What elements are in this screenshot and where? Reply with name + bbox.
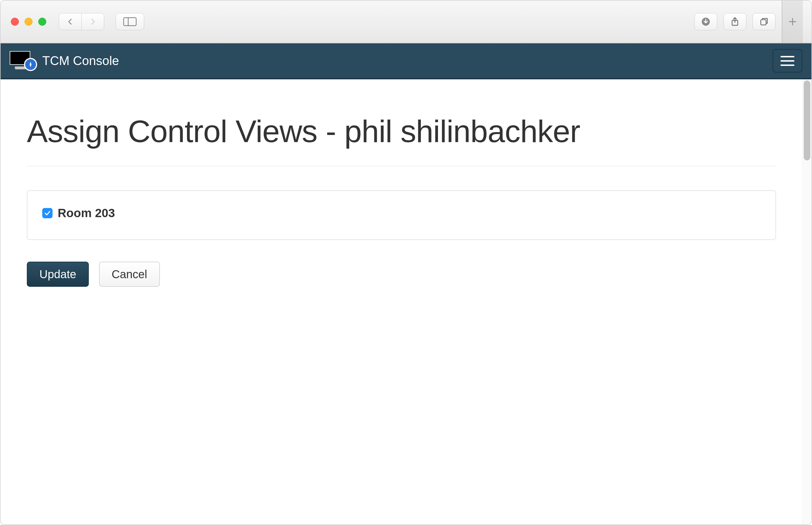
- share-icon: [730, 17, 740, 27]
- nav-button-group: [59, 13, 104, 30]
- back-button[interactable]: [59, 13, 82, 30]
- svg-rect-0: [124, 18, 136, 26]
- room-label: Room 203: [58, 206, 115, 220]
- update-button-label: Update: [40, 268, 76, 281]
- brand-logo-icon: [10, 50, 37, 71]
- new-tab-button[interactable]: [782, 1, 803, 43]
- tabs-button[interactable]: [753, 13, 776, 30]
- window-controls: [11, 18, 46, 26]
- chevron-right-icon: [89, 17, 97, 27]
- sidebar-icon: [123, 17, 137, 26]
- checkmark-icon: [44, 210, 51, 216]
- app-navbar: TCM Console: [1, 43, 811, 79]
- download-icon: [701, 17, 711, 27]
- divider: [27, 166, 776, 166]
- rooms-panel: Room 203: [27, 190, 776, 240]
- scrollbar-thumb[interactable]: [804, 80, 810, 160]
- minimize-window-button[interactable]: [25, 18, 32, 26]
- brand[interactable]: TCM Console: [10, 50, 119, 71]
- menu-toggle-button[interactable]: [772, 49, 802, 73]
- chevron-left-icon: [67, 17, 74, 27]
- viewport: Assign Control Views - phil shilinbachke…: [1, 79, 811, 524]
- page-content: Assign Control Views - phil shilinbachke…: [1, 79, 802, 524]
- room-checkbox[interactable]: [42, 208, 53, 218]
- sidebar-toggle-button[interactable]: [116, 13, 144, 30]
- action-buttons: Update Cancel: [27, 261, 776, 287]
- browser-window: TCM Console Assign Control Views - phil …: [0, 0, 812, 525]
- vertical-scrollbar[interactable]: [802, 79, 811, 524]
- close-window-button[interactable]: [11, 18, 19, 26]
- update-button[interactable]: Update: [27, 261, 89, 287]
- brand-title: TCM Console: [42, 54, 119, 68]
- page-title: Assign Control Views - phil shilinbachke…: [27, 114, 776, 149]
- svg-marker-5: [30, 62, 32, 68]
- fullscreen-window-button[interactable]: [38, 18, 46, 26]
- share-button[interactable]: [723, 13, 746, 30]
- cancel-button[interactable]: Cancel: [99, 261, 160, 287]
- downloads-button[interactable]: [694, 13, 717, 30]
- hamburger-icon: [781, 56, 794, 57]
- room-option-row: Room 203: [42, 206, 761, 220]
- svg-rect-4: [761, 20, 766, 25]
- tabs-icon: [759, 17, 769, 27]
- browser-chrome: [1, 1, 811, 43]
- forward-button[interactable]: [82, 13, 104, 30]
- cancel-button-label: Cancel: [112, 268, 147, 281]
- plus-icon: [788, 17, 797, 27]
